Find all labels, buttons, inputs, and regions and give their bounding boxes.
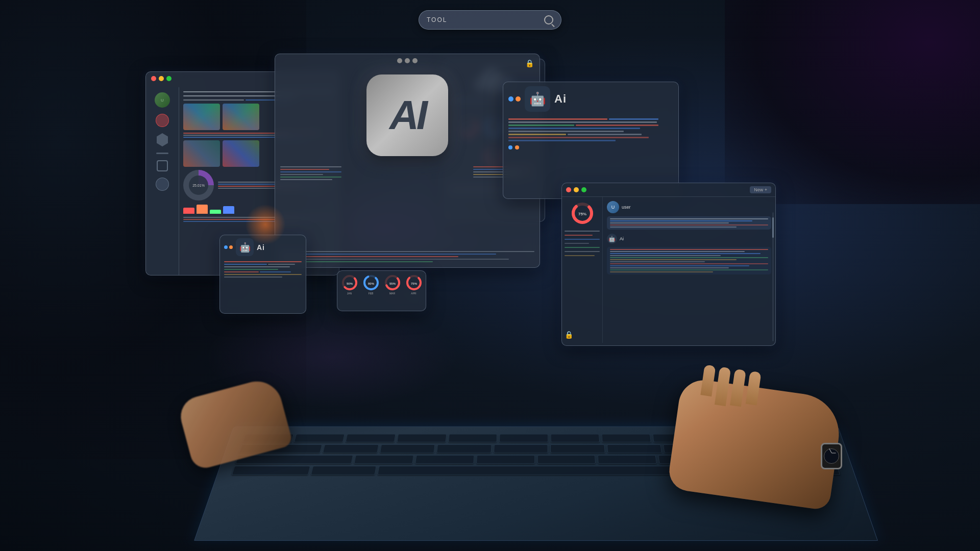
ai-icon-box: AI (366, 74, 448, 156)
center-dot-3[interactable] (412, 58, 418, 63)
ai-message-block (607, 247, 771, 274)
ai-card-header: 🤖 Ai (503, 82, 678, 116)
chat-ai-label: Ai (620, 236, 624, 241)
svg-text:75%: 75% (578, 212, 586, 216)
center-dot-1[interactable] (397, 58, 402, 63)
donut-chart: 25.01% (183, 170, 214, 201)
sidebar-link-icon[interactable] (156, 153, 168, 154)
ai-card-dots (508, 96, 521, 102)
ai-small-robot-icon: 🤖 (236, 238, 254, 256)
left-hand-area (184, 388, 286, 459)
svg-text:80%: 80% (368, 282, 374, 285)
ai-card-code (503, 116, 678, 152)
right-hand (667, 377, 844, 511)
sidebar-item-1[interactable] (156, 114, 169, 127)
chat-dot-yellow[interactable] (574, 187, 579, 192)
ai-card-top-right: 🤖 Ai (503, 82, 679, 199)
chat-dot-red[interactable] (566, 187, 571, 192)
bottom-gauge-2-label: FEB (369, 292, 374, 295)
ai-small-dot-orange (229, 245, 233, 249)
gauge-bottom-panel: 50% JAN 80% FEB 55% MAR (337, 270, 426, 311)
ai-small-card: 🤖 Ai (219, 235, 306, 314)
ai-small-dot-blue (224, 245, 228, 249)
bar-3 (210, 210, 221, 214)
sidebar-box-icon[interactable] (157, 160, 168, 171)
svg-text:55%: 55% (389, 282, 396, 285)
right-hand-area (674, 388, 837, 500)
center-left-code (280, 166, 341, 180)
center-code-block (280, 251, 534, 262)
scroll-thumb[interactable] (772, 217, 774, 238)
center-panel-titlebar: 🔒 (275, 54, 540, 67)
ai-avatar: 🤖 (607, 234, 617, 244)
bottom-gauge-2: 80% FEB (362, 273, 380, 295)
chat-left-items (565, 231, 600, 256)
bar-1 (183, 208, 194, 214)
ai-small-code (220, 259, 306, 280)
ai-card-dot-blue (508, 96, 513, 102)
chat-gauge-main: 75% (565, 201, 600, 226)
robot-icon-large: 🤖 (525, 86, 550, 112)
center-panel: 🔒 AI (275, 54, 540, 268)
dot-red[interactable] (151, 76, 156, 81)
chat-panel: New + 75% (561, 183, 776, 346)
search-bar[interactable]: TOOL (419, 10, 561, 30)
sidebar-user-avatar[interactable]: U (155, 92, 170, 108)
user-message-block (607, 216, 771, 230)
bar-4 (223, 206, 234, 214)
dot-yellow[interactable] (159, 76, 164, 81)
ai-card-indicators (508, 145, 673, 149)
bottom-gauge-4: 75% APR (405, 273, 423, 295)
left-panel-sidebar: U (146, 87, 179, 275)
ai-small-header: 🤖 Ai (220, 235, 306, 259)
chat-user-header: U user (607, 201, 771, 213)
chat-lock-icon: 🔒 (565, 331, 600, 339)
bottom-gauge-3: 55% MAR (383, 273, 402, 295)
ai-small-dots (224, 245, 233, 249)
svg-text:75%: 75% (410, 282, 417, 285)
thumbnail-3 (183, 140, 220, 167)
lock-icon: 🔒 (525, 59, 534, 68)
chat-user-label: user (622, 205, 631, 210)
gauge-bottom-row: 50% JAN 80% FEB 55% MAR (337, 271, 426, 297)
ai-small-title: Ai (257, 243, 265, 252)
ai-card-dot-orange (516, 96, 521, 102)
donut-center-value: 25.01% (189, 176, 208, 195)
thumbnail-2 (223, 104, 259, 130)
thumbnail-1 (183, 104, 220, 130)
bar-2 (197, 205, 208, 214)
chat-content: 75% 🔒 U user (562, 197, 775, 343)
sidebar-user2[interactable] (156, 178, 169, 191)
chat-dot-green[interactable] (581, 187, 586, 192)
chat-panel-titlebar: New + (562, 183, 775, 197)
bottom-gauge-3-label: MAR (389, 292, 395, 295)
bottom-gauge-4-label: APR (411, 292, 416, 295)
bottom-gauge-1-label: JAN (347, 292, 352, 295)
dot-green[interactable] (166, 76, 172, 81)
ai-card-title: Ai (554, 92, 567, 106)
svg-text:50%: 50% (346, 282, 353, 285)
fingers (699, 365, 761, 411)
thumbnail-4 (223, 140, 259, 167)
search-icon (544, 15, 553, 24)
search-text: TOOL (427, 16, 539, 23)
chat-ai-header: 🤖 Ai (607, 234, 771, 244)
bottom-gauge-1: 50% JAN (340, 273, 359, 295)
left-hand (176, 376, 293, 471)
sidebar-shield-icon[interactable] (157, 133, 168, 146)
center-dot-2[interactable] (405, 58, 410, 63)
chat-messages-area: U user 🤖 Ai (603, 197, 775, 343)
user-avatar: U (607, 201, 619, 213)
watch (821, 443, 842, 469)
new-tab-button[interactable]: New + (750, 186, 771, 193)
ai-icon-text: AI (389, 92, 425, 139)
chat-left-gauges: 75% 🔒 (562, 197, 603, 343)
scroll-indicator[interactable] (772, 212, 774, 341)
